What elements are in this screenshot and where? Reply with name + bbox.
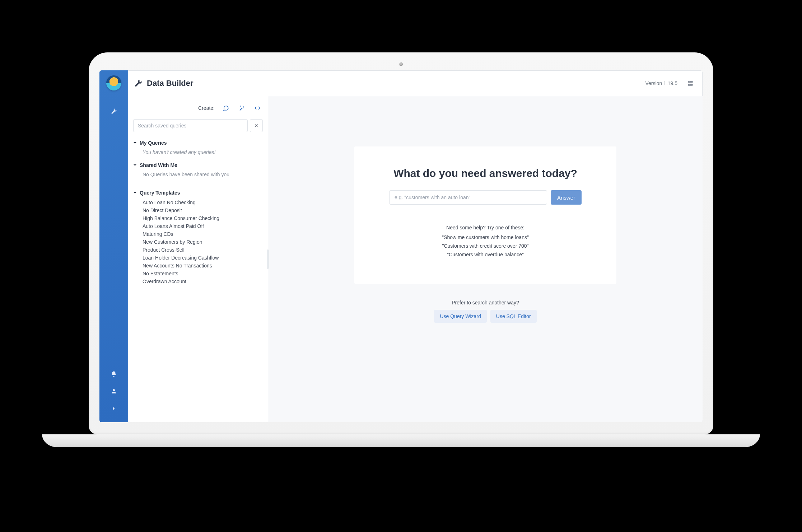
- chevron-right-icon: [111, 405, 117, 412]
- wrench-icon: [111, 108, 117, 115]
- magic-wand-icon: [238, 105, 245, 111]
- template-item[interactable]: No Direct Deposit: [143, 206, 263, 214]
- svg-point-2: [689, 81, 690, 82]
- section-title: Shared With Me: [140, 162, 177, 168]
- template-item[interactable]: Maturing CDs: [143, 230, 263, 238]
- template-item[interactable]: Product Cross-Sell: [143, 246, 263, 254]
- laptop-base: [42, 434, 760, 447]
- server-status-icon[interactable]: [687, 80, 694, 87]
- help-example[interactable]: "Show me customers with home loans": [374, 233, 596, 242]
- close-icon: [254, 123, 259, 128]
- caret-down-icon: [133, 141, 137, 145]
- svg-rect-1: [688, 84, 693, 85]
- alternative-search: Prefer to search another way? Use Query …: [434, 300, 536, 323]
- app-root: Data Builder Version 1.19.5: [99, 70, 703, 422]
- template-item[interactable]: Auto Loans Almost Paid Off: [143, 222, 263, 230]
- template-item[interactable]: High Balance Consumer Checking: [143, 214, 263, 222]
- section-heading-my-queries[interactable]: My Queries: [133, 139, 263, 147]
- bell-icon: [111, 371, 117, 377]
- use-sql-editor-button[interactable]: Use SQL Editor: [490, 310, 537, 323]
- template-list: Auto Loan No Checking No Direct Deposit …: [133, 197, 263, 285]
- workspace: Data Builder Version 1.19.5: [128, 70, 703, 422]
- laptop-body: Data Builder Version 1.19.5: [89, 52, 713, 434]
- my-queries-empty-state: You haven't created any queries!: [133, 147, 263, 155]
- version-label: Version 1.19.5: [645, 80, 677, 86]
- person-icon: [111, 388, 117, 395]
- nav-profile[interactable]: [107, 384, 121, 398]
- help-example[interactable]: "Customers with credit score over 700": [374, 242, 596, 251]
- query-panel: Create:: [128, 96, 268, 422]
- use-query-wizard-button[interactable]: Use Query Wizard: [434, 310, 486, 323]
- template-item[interactable]: Loan Holder Decreasing Cashflow: [143, 254, 263, 262]
- ask-input[interactable]: [389, 190, 547, 205]
- prefer-title: Prefer to search another way?: [434, 300, 536, 305]
- section-divider: [133, 183, 263, 183]
- template-item[interactable]: Overdrawn Account: [143, 277, 263, 285]
- template-item[interactable]: New Customers by Region: [143, 238, 263, 246]
- help-example[interactable]: "Customers with overdue balance": [374, 251, 596, 259]
- search-row: [128, 119, 268, 139]
- nav-rail: [99, 70, 128, 422]
- main-canvas: What do you need answered today? Answer …: [268, 96, 703, 422]
- content-area: Create:: [128, 96, 703, 422]
- ask-row: Answer: [374, 190, 596, 205]
- section-heading-shared[interactable]: Shared With Me: [133, 161, 263, 169]
- page-header: Data Builder Version 1.19.5: [128, 70, 703, 96]
- help-title: Need some help? Try one of these:: [374, 225, 596, 230]
- section-my-queries: My Queries You haven't created any queri…: [133, 139, 263, 155]
- section-title: My Queries: [140, 140, 167, 146]
- create-wizard-button[interactable]: [236, 103, 247, 113]
- section-shared-with-me: Shared With Me No Queries have been shar…: [133, 161, 263, 177]
- template-item[interactable]: No Estatements: [143, 270, 263, 277]
- section-title: Query Templates: [140, 190, 180, 196]
- wrench-icon: [134, 79, 143, 88]
- code-icon: [254, 105, 261, 111]
- svg-point-3: [689, 84, 690, 85]
- page-title: Data Builder: [147, 79, 193, 88]
- section-query-templates: Query Templates Auto Loan No Checking No…: [133, 188, 263, 285]
- chat-icon: [223, 105, 229, 111]
- brand-logo[interactable]: [106, 75, 121, 90]
- panel-resize-handle[interactable]: [267, 249, 269, 269]
- template-item[interactable]: Auto Loan No Checking: [143, 199, 263, 206]
- ask-card: What do you need answered today? Answer …: [354, 146, 616, 284]
- alternative-actions: Use Query Wizard Use SQL Editor: [434, 310, 536, 323]
- shared-empty-state: No Queries have been shared with you: [133, 169, 263, 177]
- caret-down-icon: [133, 191, 137, 195]
- section-heading-templates[interactable]: Query Templates: [133, 188, 263, 197]
- caret-down-icon: [133, 163, 137, 167]
- search-saved-queries-input[interactable]: [133, 119, 248, 132]
- app-screen: Data Builder Version 1.19.5: [99, 70, 703, 422]
- create-sql-button[interactable]: [252, 103, 263, 113]
- create-row: Create:: [128, 103, 268, 119]
- panel-sections: My Queries You haven't created any queri…: [128, 139, 268, 298]
- create-label: Create:: [198, 105, 215, 111]
- clear-search-button[interactable]: [250, 119, 263, 132]
- laptop-camera: [399, 62, 403, 66]
- laptop-mockup: Data Builder Version 1.19.5: [89, 52, 713, 480]
- nav-collapse[interactable]: [107, 401, 121, 416]
- nav-data-builder[interactable]: [107, 104, 121, 118]
- template-item[interactable]: New Accounts No Transactions: [143, 262, 263, 270]
- ask-heading: What do you need answered today?: [374, 167, 596, 179]
- nav-notifications[interactable]: [107, 367, 121, 381]
- create-chat-button[interactable]: [220, 103, 231, 113]
- answer-button[interactable]: Answer: [551, 190, 582, 205]
- svg-rect-0: [688, 81, 693, 83]
